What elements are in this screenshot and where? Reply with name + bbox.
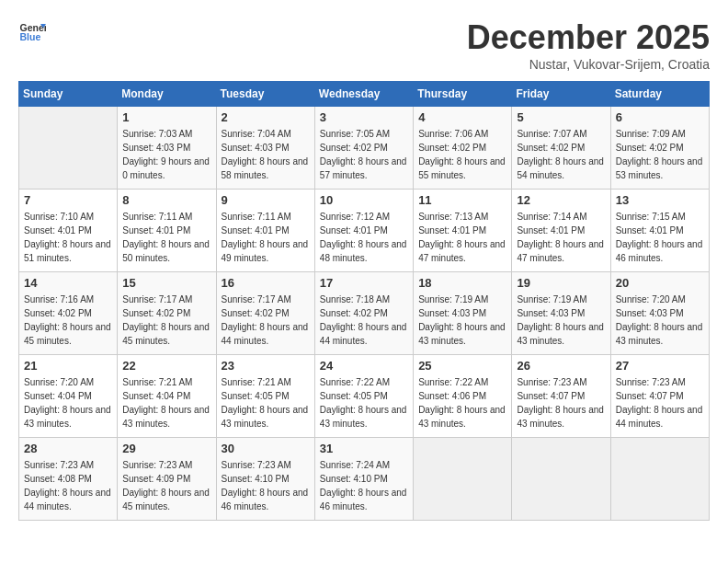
day-info: Sunrise: 7:17 AMSunset: 4:02 PMDaylight:… — [222, 293, 310, 348]
day-info: Sunrise: 7:07 AMSunset: 4:02 PMDaylight:… — [517, 127, 605, 182]
header: General Blue December 2025 Nustar, Vukov… — [18, 18, 710, 72]
calendar-cell — [610, 438, 709, 521]
calendar-cell: 1Sunrise: 7:03 AMSunset: 4:03 PMDaylight… — [118, 107, 216, 190]
day-number: 30 — [222, 442, 310, 455]
day-number: 25 — [418, 359, 506, 373]
calendar-header: SundayMondayTuesdayWednesdayThursdayFrid… — [19, 82, 710, 107]
day-info: Sunrise: 7:05 AMSunset: 4:02 PMDaylight:… — [320, 127, 408, 182]
calendar-week-row: 21Sunrise: 7:20 AMSunset: 4:04 PMDayligh… — [19, 355, 710, 438]
day-info: Sunrise: 7:09 AMSunset: 4:02 PMDaylight:… — [616, 127, 704, 182]
day-info: Sunrise: 7:04 AMSunset: 4:03 PMDaylight:… — [222, 127, 310, 182]
day-of-week-header: Monday — [118, 82, 216, 107]
logo: General Blue — [18, 18, 46, 46]
calendar-cell: 14Sunrise: 7:16 AMSunset: 4:02 PMDayligh… — [19, 272, 118, 355]
calendar-cell: 30Sunrise: 7:23 AMSunset: 4:10 PMDayligh… — [216, 438, 314, 521]
day-info: Sunrise: 7:20 AMSunset: 4:03 PMDaylight:… — [616, 293, 704, 348]
calendar-cell: 19Sunrise: 7:19 AMSunset: 4:03 PMDayligh… — [512, 272, 610, 355]
day-info: Sunrise: 7:22 AMSunset: 4:06 PMDaylight:… — [418, 375, 506, 431]
day-info: Sunrise: 7:12 AMSunset: 4:01 PMDaylight:… — [320, 210, 408, 265]
day-number: 1 — [122, 110, 210, 124]
day-number: 31 — [320, 442, 408, 455]
day-number: 8 — [122, 193, 210, 207]
calendar-cell — [414, 438, 512, 521]
calendar-cell: 25Sunrise: 7:22 AMSunset: 4:06 PMDayligh… — [414, 355, 512, 438]
calendar-week-row: 14Sunrise: 7:16 AMSunset: 4:02 PMDayligh… — [19, 272, 710, 355]
day-info: Sunrise: 7:11 AMSunset: 4:01 PMDaylight:… — [122, 210, 210, 265]
logo-icon: General Blue — [18, 18, 46, 46]
calendar-week-row: 7Sunrise: 7:10 AMSunset: 4:01 PMDaylight… — [19, 190, 710, 272]
day-number: 13 — [616, 193, 704, 207]
day-number: 2 — [222, 110, 310, 124]
calendar-cell: 10Sunrise: 7:12 AMSunset: 4:01 PMDayligh… — [314, 190, 413, 272]
day-info: Sunrise: 7:11 AMSunset: 4:01 PMDaylight:… — [222, 210, 310, 265]
day-number: 23 — [222, 359, 310, 373]
calendar-cell: 22Sunrise: 7:21 AMSunset: 4:04 PMDayligh… — [118, 355, 216, 438]
day-number: 22 — [122, 359, 210, 373]
calendar-cell: 18Sunrise: 7:19 AMSunset: 4:03 PMDayligh… — [414, 272, 512, 355]
day-info: Sunrise: 7:20 AMSunset: 4:04 PMDaylight:… — [24, 375, 112, 431]
calendar-cell: 7Sunrise: 7:10 AMSunset: 4:01 PMDaylight… — [19, 190, 118, 272]
calendar-cell: 24Sunrise: 7:22 AMSunset: 4:05 PMDayligh… — [314, 355, 413, 438]
day-number: 9 — [222, 193, 310, 207]
day-of-week-header: Wednesday — [314, 82, 413, 107]
day-info: Sunrise: 7:17 AMSunset: 4:02 PMDaylight:… — [122, 293, 210, 348]
day-number: 5 — [517, 110, 605, 124]
calendar-cell: 12Sunrise: 7:14 AMSunset: 4:01 PMDayligh… — [512, 190, 610, 272]
calendar-cell — [512, 438, 610, 521]
day-number: 7 — [24, 193, 112, 207]
calendar-table: SundayMondayTuesdayWednesdayThursdayFrid… — [18, 81, 710, 521]
day-number: 27 — [616, 359, 704, 373]
calendar-cell: 28Sunrise: 7:23 AMSunset: 4:08 PMDayligh… — [19, 438, 118, 521]
day-info: Sunrise: 7:22 AMSunset: 4:05 PMDaylight:… — [320, 375, 408, 431]
calendar-week-row: 1Sunrise: 7:03 AMSunset: 4:03 PMDaylight… — [19, 107, 710, 190]
title-area: December 2025 Nustar, Vukovar-Srijem, Cr… — [467, 18, 710, 72]
calendar-cell: 3Sunrise: 7:05 AMSunset: 4:02 PMDaylight… — [314, 107, 413, 190]
calendar-cell: 2Sunrise: 7:04 AMSunset: 4:03 PMDaylight… — [216, 107, 314, 190]
days-of-week-row: SundayMondayTuesdayWednesdayThursdayFrid… — [19, 82, 710, 107]
day-info: Sunrise: 7:15 AMSunset: 4:01 PMDaylight:… — [616, 210, 704, 265]
day-number: 24 — [320, 359, 408, 373]
day-number: 17 — [320, 276, 408, 290]
day-info: Sunrise: 7:23 AMSunset: 4:07 PMDaylight:… — [517, 375, 605, 431]
day-info: Sunrise: 7:18 AMSunset: 4:02 PMDaylight:… — [320, 293, 408, 348]
calendar-cell: 20Sunrise: 7:20 AMSunset: 4:03 PMDayligh… — [610, 272, 709, 355]
day-number: 4 — [418, 110, 506, 124]
day-info: Sunrise: 7:23 AMSunset: 4:07 PMDaylight:… — [616, 375, 704, 431]
day-number: 28 — [24, 442, 112, 455]
day-of-week-header: Sunday — [19, 82, 118, 107]
day-info: Sunrise: 7:19 AMSunset: 4:03 PMDaylight:… — [418, 293, 506, 348]
day-number: 3 — [320, 110, 408, 124]
calendar-cell: 15Sunrise: 7:17 AMSunset: 4:02 PMDayligh… — [118, 272, 216, 355]
calendar-cell: 26Sunrise: 7:23 AMSunset: 4:07 PMDayligh… — [512, 355, 610, 438]
day-info: Sunrise: 7:14 AMSunset: 4:01 PMDaylight:… — [517, 210, 605, 265]
day-number: 6 — [616, 110, 704, 124]
calendar-cell: 11Sunrise: 7:13 AMSunset: 4:01 PMDayligh… — [414, 190, 512, 272]
calendar-cell: 4Sunrise: 7:06 AMSunset: 4:02 PMDaylight… — [414, 107, 512, 190]
calendar-week-row: 28Sunrise: 7:23 AMSunset: 4:08 PMDayligh… — [19, 438, 710, 521]
day-info: Sunrise: 7:24 AMSunset: 4:10 PMDaylight:… — [320, 458, 408, 513]
location: Nustar, Vukovar-Srijem, Croatia — [467, 57, 710, 72]
calendar-body: 1Sunrise: 7:03 AMSunset: 4:03 PMDaylight… — [19, 107, 710, 521]
calendar-cell: 13Sunrise: 7:15 AMSunset: 4:01 PMDayligh… — [610, 190, 709, 272]
day-number: 21 — [24, 359, 112, 373]
day-info: Sunrise: 7:21 AMSunset: 4:04 PMDaylight:… — [122, 375, 210, 431]
day-of-week-header: Saturday — [610, 82, 709, 107]
day-number: 26 — [517, 359, 605, 373]
day-info: Sunrise: 7:23 AMSunset: 4:09 PMDaylight:… — [122, 458, 210, 513]
day-info: Sunrise: 7:19 AMSunset: 4:03 PMDaylight:… — [517, 293, 605, 348]
calendar-cell: 8Sunrise: 7:11 AMSunset: 4:01 PMDaylight… — [118, 190, 216, 272]
day-info: Sunrise: 7:23 AMSunset: 4:10 PMDaylight:… — [222, 458, 310, 513]
calendar-cell: 16Sunrise: 7:17 AMSunset: 4:02 PMDayligh… — [216, 272, 314, 355]
calendar-cell: 5Sunrise: 7:07 AMSunset: 4:02 PMDaylight… — [512, 107, 610, 190]
day-number: 10 — [320, 193, 408, 207]
calendar-cell: 29Sunrise: 7:23 AMSunset: 4:09 PMDayligh… — [118, 438, 216, 521]
calendar-cell: 23Sunrise: 7:21 AMSunset: 4:05 PMDayligh… — [216, 355, 314, 438]
day-number: 20 — [616, 276, 704, 290]
day-number: 18 — [418, 276, 506, 290]
day-of-week-header: Thursday — [414, 82, 512, 107]
calendar-cell: 17Sunrise: 7:18 AMSunset: 4:02 PMDayligh… — [314, 272, 413, 355]
day-number: 16 — [222, 276, 310, 290]
calendar-cell: 27Sunrise: 7:23 AMSunset: 4:07 PMDayligh… — [610, 355, 709, 438]
calendar-cell — [19, 107, 118, 190]
day-info: Sunrise: 7:21 AMSunset: 4:05 PMDaylight:… — [222, 375, 310, 431]
